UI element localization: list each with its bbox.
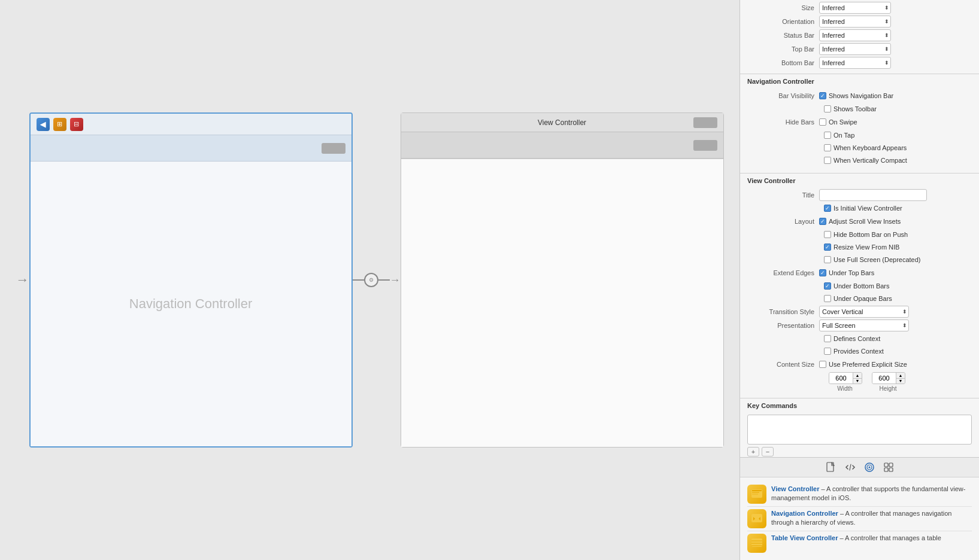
height-input[interactable]	[872, 373, 896, 384]
shows-nav-bar-checkbox[interactable]	[819, 92, 826, 99]
bar-visibility-value: Shows Navigation Bar	[819, 92, 972, 99]
svg-rect-4	[884, 463, 888, 467]
hide-bottom-label[interactable]: Hide Bottom Bar on Push	[824, 231, 908, 238]
use-preferred-checkbox[interactable]	[819, 361, 826, 368]
resize-view-label[interactable]: Resize View From NIB	[824, 244, 899, 251]
use-preferred-label[interactable]: Use Preferred Explicit Size	[819, 361, 907, 368]
shows-nav-bar-label[interactable]: Shows Navigation Bar	[819, 92, 893, 99]
hide-bars-label: Hide Bars	[747, 118, 819, 126]
svg-rect-9	[752, 490, 762, 491]
hide-bottom-checkbox[interactable]	[824, 231, 831, 238]
top-bar-label: Top Bar	[747, 45, 819, 53]
list-item: Navigation Controller – A controller tha…	[747, 507, 972, 531]
nav-controller-content: Navigation Controller	[31, 162, 351, 446]
on-swipe-checkbox[interactable]	[819, 118, 826, 126]
width-increment-button[interactable]: ▲	[853, 373, 862, 379]
size-value: Inferred	[819, 2, 972, 14]
use-full-screen-label[interactable]: Use Full Screen (Deprecated)	[824, 256, 921, 263]
resize-view-row: Resize View From NIB	[747, 241, 972, 253]
is-initial-label[interactable]: Is Initial View Controller	[824, 205, 902, 212]
bottom-bar-dropdown[interactable]: Inferred	[819, 57, 891, 69]
provides-context-label[interactable]: Provides Context	[824, 348, 884, 355]
vc-title-input[interactable]	[819, 189, 927, 201]
nav-controller-box[interactable]: ◀ ⊞ ⊟ Navigation Controller	[29, 112, 353, 448]
width-decrement-button[interactable]: ▼	[853, 379, 862, 384]
extend-edges-label: Extend Edges	[747, 269, 819, 276]
bottom-bar-value: Inferred	[819, 57, 972, 69]
right-panel-scroll[interactable]: Size Inferred Orientation Inferred Statu…	[740, 0, 979, 457]
nav-controller-label: Navigation Controller	[129, 296, 252, 312]
table-controller-desc: – A controller that manages a table	[840, 534, 941, 541]
file-icon[interactable]	[825, 461, 837, 473]
nav-controller-section-header: Navigation Controller	[740, 74, 979, 87]
key-commands-add-button[interactable]: +	[747, 447, 759, 456]
shows-toolbar-checkbox[interactable]	[824, 105, 831, 112]
view-controller-box[interactable]: View Controller	[401, 112, 724, 448]
content-size-label: Content Size	[747, 361, 819, 368]
height-stepper[interactable]: ▲ ▼	[872, 372, 905, 384]
use-full-screen-checkbox[interactable]	[824, 256, 831, 263]
table-controller-icon	[747, 534, 766, 553]
under-bottom-label[interactable]: Under Bottom Bars	[824, 282, 890, 290]
height-increment-button[interactable]: ▲	[896, 373, 905, 379]
presentation-dropdown[interactable]: Full Screen	[819, 319, 909, 331]
presentation-label: Presentation	[747, 322, 819, 329]
table-controller-text: Table View Controller – A controller tha…	[771, 534, 972, 543]
on-tap-checkbox[interactable]	[824, 132, 831, 139]
toolbar-icon-orange: ⊞	[53, 118, 66, 131]
vertically-compact-label[interactable]: When Vertically Compact	[824, 157, 907, 164]
table-controller-name: Table View Controller	[771, 534, 838, 541]
is-initial-checkbox[interactable]	[824, 205, 831, 212]
shows-toolbar-label[interactable]: Shows Toolbar	[824, 105, 877, 112]
on-tap-label[interactable]: On Tap	[824, 132, 854, 139]
height-decrement-button[interactable]: ▼	[896, 379, 905, 384]
nav-controller-toolbar: ◀ ⊞ ⊟	[31, 114, 351, 135]
status-bar-row: Status Bar Inferred	[747, 29, 972, 42]
size-row: Size Inferred	[747, 1, 972, 14]
size-dropdown[interactable]: Inferred	[819, 2, 891, 14]
status-bar-label: Status Bar	[747, 32, 819, 39]
under-bottom-checkbox[interactable]	[824, 282, 831, 290]
transition-style-dropdown[interactable]: Cover Vertical	[819, 306, 909, 318]
defines-context-checkbox[interactable]	[824, 335, 831, 342]
view-controller-name: View Controller	[771, 485, 819, 492]
nav-controller-icon	[747, 509, 766, 528]
width-height-row: ▲ ▼ Width ▲ ▼ Height	[747, 372, 972, 392]
vertically-compact-checkbox[interactable]	[824, 157, 831, 164]
orientation-row: Orientation Inferred	[747, 15, 972, 28]
adjust-scroll-checkbox[interactable]	[819, 218, 826, 225]
initial-arrow: →	[16, 272, 29, 288]
on-swipe-label[interactable]: On Swipe	[819, 118, 857, 126]
keyboard-label[interactable]: When Keyboard Appears	[824, 144, 907, 151]
svg-rect-6	[884, 468, 888, 471]
provides-context-checkbox[interactable]	[824, 348, 831, 355]
library-icon[interactable]	[883, 461, 895, 473]
width-stepper[interactable]: ▲ ▼	[829, 372, 862, 384]
extend-edges-row: Extend Edges Under Top Bars	[747, 266, 972, 279]
status-bar-dropdown[interactable]: Inferred	[819, 29, 891, 41]
code-icon[interactable]	[844, 461, 856, 473]
adjust-scroll-label[interactable]: Adjust Scroll View Insets	[819, 218, 901, 225]
width-input[interactable]	[829, 373, 853, 384]
canvas-area: → ◀ ⊞ ⊟ Navigation Controller ⚙ →	[0, 0, 739, 560]
top-bar-dropdown[interactable]: Inferred	[819, 43, 891, 55]
connector: ⚙ →	[353, 273, 401, 287]
vertically-compact-row: When Vertically Compact	[747, 154, 972, 166]
bottom-content: View Controller – A controller that supp…	[740, 477, 979, 560]
keyboard-checkbox[interactable]	[824, 144, 831, 151]
vc-header-label: View Controller	[538, 118, 586, 127]
under-top-checkbox[interactable]	[819, 269, 826, 276]
orientation-dropdown[interactable]: Inferred	[819, 16, 891, 28]
defines-context-label[interactable]: Defines Context	[824, 335, 880, 342]
svg-rect-7	[889, 468, 893, 471]
resize-view-checkbox[interactable]	[824, 244, 831, 251]
key-commands-remove-button[interactable]: −	[762, 447, 774, 456]
under-top-label[interactable]: Under Top Bars	[819, 269, 874, 276]
under-opaque-checkbox[interactable]	[824, 295, 831, 302]
transition-style-label: Transition Style	[747, 308, 819, 315]
top-bar-row: Top Bar Inferred	[747, 42, 972, 56]
target-icon[interactable]	[863, 461, 875, 473]
view-controller-section: Title Is Initial View Controller Layout	[740, 186, 979, 395]
under-opaque-label[interactable]: Under Opaque Bars	[824, 295, 892, 302]
height-label: Height	[872, 385, 904, 392]
